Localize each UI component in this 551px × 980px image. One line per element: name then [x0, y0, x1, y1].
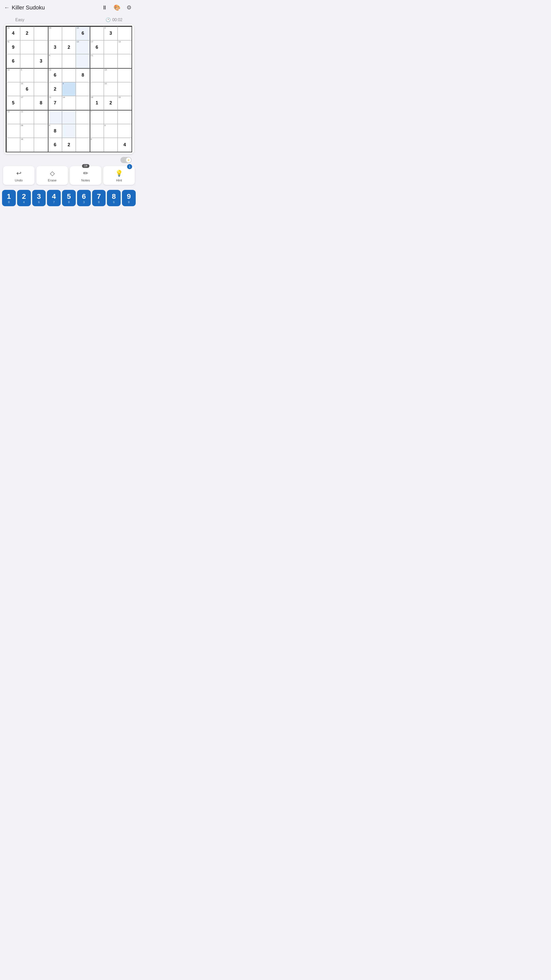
table-row[interactable]: 20 [48, 26, 62, 40]
table-row[interactable]: 15 [118, 96, 132, 110]
table-row[interactable] [62, 26, 76, 40]
table-row[interactable] [20, 54, 34, 68]
table-row[interactable]: 11 [90, 54, 104, 68]
table-row[interactable]: 226 [48, 68, 62, 82]
table-row[interactable]: 7 [90, 110, 104, 124]
num-button-6[interactable]: 63 [77, 190, 91, 206]
table-row[interactable] [104, 40, 118, 54]
num-button-9[interactable]: 98 [122, 190, 136, 206]
table-row[interactable] [90, 26, 104, 40]
num-button-2[interactable]: 24 [17, 190, 31, 206]
table-row[interactable] [34, 26, 48, 40]
table-row[interactable]: 2 [20, 26, 34, 40]
table-row[interactable]: 9 [48, 54, 62, 68]
table-row[interactable]: 2 [62, 40, 76, 54]
table-row[interactable]: 13 [6, 68, 20, 82]
table-row[interactable]: 11 [20, 110, 34, 124]
table-row[interactable] [62, 68, 76, 82]
table-row[interactable] [118, 68, 132, 82]
table-row[interactable] [90, 124, 104, 138]
table-row[interactable]: 6 [104, 124, 118, 138]
table-row[interactable]: 88 [48, 124, 62, 138]
table-row[interactable]: 16 [20, 138, 34, 152]
table-row[interactable] [76, 96, 90, 110]
table-row[interactable]: 5 [20, 68, 34, 82]
table-row[interactable] [104, 110, 118, 124]
table-row[interactable] [118, 110, 132, 124]
num-button-5[interactable]: 58 [62, 190, 76, 206]
table-row[interactable] [34, 68, 48, 82]
table-row[interactable] [34, 110, 48, 124]
table-row[interactable] [118, 124, 132, 138]
table-row[interactable]: 2 [104, 96, 118, 110]
table-row[interactable]: 4 [62, 82, 76, 96]
table-row[interactable] [6, 138, 20, 152]
pause-button[interactable]: ⏸ [100, 3, 109, 12]
table-row[interactable]: 13 [118, 40, 132, 54]
table-row[interactable]: 3 [48, 40, 62, 54]
table-row[interactable] [90, 82, 104, 96]
table-row[interactable]: 13 [76, 40, 90, 54]
table-row[interactable] [34, 138, 48, 152]
num-button-7[interactable]: 78 [92, 190, 106, 206]
table-row[interactable] [34, 124, 48, 138]
table-row[interactable] [62, 110, 76, 124]
table-row[interactable] [76, 124, 90, 138]
table-row[interactable]: 106 [20, 82, 34, 96]
palette-button[interactable]: 🎨 [112, 3, 121, 12]
table-row[interactable] [104, 54, 118, 68]
table-row[interactable] [76, 54, 90, 68]
undo-button[interactable]: ↩ Undo [3, 166, 35, 185]
table-row[interactable]: 6 [48, 138, 62, 152]
back-button[interactable]: ← [4, 4, 10, 11]
table-row[interactable]: 2 [62, 138, 76, 152]
table-row[interactable]: 19 [104, 68, 118, 82]
erase-button[interactable]: ◇ Erase [37, 166, 68, 185]
table-row[interactable]: 17 [20, 96, 34, 110]
table-row[interactable]: 2 [48, 82, 62, 96]
table-row[interactable] [48, 110, 62, 124]
table-row[interactable]: 3 [34, 54, 48, 68]
table-row[interactable]: 5 [6, 96, 20, 110]
table-row[interactable] [62, 124, 76, 138]
table-row[interactable]: 28 [20, 124, 34, 138]
table-row[interactable] [118, 54, 132, 68]
table-row[interactable]: 161 [90, 96, 104, 110]
sudoku-grid[interactable]: 1942201564331932131761363911135226819106… [6, 26, 132, 152]
table-row[interactable] [76, 82, 90, 96]
table-row[interactable]: 8 [34, 96, 48, 110]
table-row[interactable] [90, 68, 104, 82]
table-row[interactable] [62, 54, 76, 68]
table-row[interactable]: 6 [6, 54, 20, 68]
table-row[interactable] [118, 26, 132, 40]
num-button-4[interactable]: 47 [47, 190, 61, 206]
table-row[interactable]: 194 [6, 26, 20, 40]
table-row[interactable]: 10 [104, 82, 118, 96]
num-button-8[interactable]: 86 [107, 190, 121, 206]
table-row[interactable]: 8 [76, 68, 90, 82]
table-row[interactable] [76, 110, 90, 124]
table-row[interactable]: 156 [76, 26, 90, 40]
table-row[interactable]: 319 [6, 40, 20, 54]
table-row[interactable] [6, 82, 20, 96]
toggle-switch[interactable]: ⚡ [121, 157, 132, 163]
table-row[interactable] [118, 82, 132, 96]
table-row[interactable] [20, 40, 34, 54]
num-button-3[interactable]: 36 [32, 190, 46, 206]
table-row[interactable]: 176 [90, 40, 104, 54]
table-row[interactable] [34, 82, 48, 96]
num-button-1[interactable]: 18 [2, 190, 16, 206]
hint-button[interactable]: 1 💡 Hint [103, 166, 135, 185]
table-row[interactable]: 14 [62, 96, 76, 110]
table-row[interactable]: 13 [6, 110, 20, 124]
settings-button[interactable]: ⚙ [124, 3, 134, 12]
table-row[interactable]: 43 [104, 26, 118, 40]
table-row[interactable] [6, 124, 20, 138]
table-row[interactable] [76, 138, 90, 152]
table-row[interactable]: 117 [48, 96, 62, 110]
table-row[interactable] [104, 138, 118, 152]
notes-button[interactable]: Off ✏ Notes [70, 166, 101, 185]
table-row[interactable]: 8 [90, 138, 104, 152]
table-row[interactable] [34, 40, 48, 54]
table-row[interactable]: 4 [118, 138, 132, 152]
